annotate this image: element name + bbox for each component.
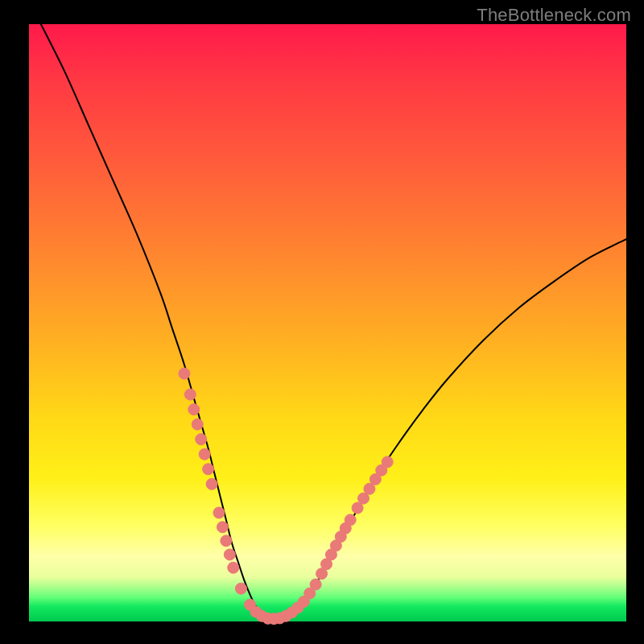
curve-marker (310, 579, 321, 590)
curve-marker (192, 419, 203, 430)
curve-marker (188, 404, 200, 415)
curve-marker (382, 456, 393, 468)
bottleneck-curve-line (41, 24, 626, 619)
curve-markers (179, 368, 393, 625)
curve-marker (217, 522, 228, 533)
curve-marker (184, 389, 196, 400)
curve-marker (206, 478, 217, 489)
curve-marker (345, 514, 356, 526)
curve-marker (228, 562, 239, 573)
plot-area (29, 24, 626, 621)
curve-marker (235, 583, 246, 594)
watermark-text: TheBottleneck.com (477, 5, 631, 26)
curve-marker (221, 535, 232, 547)
curve-marker (199, 448, 210, 460)
curve-marker (179, 368, 190, 379)
curve-marker (224, 549, 235, 560)
outer-frame: TheBottleneck.com (0, 0, 644, 644)
curve-marker (203, 464, 214, 475)
bottleneck-chart (29, 24, 626, 621)
curve-marker (213, 507, 225, 518)
curve-marker (196, 434, 207, 445)
